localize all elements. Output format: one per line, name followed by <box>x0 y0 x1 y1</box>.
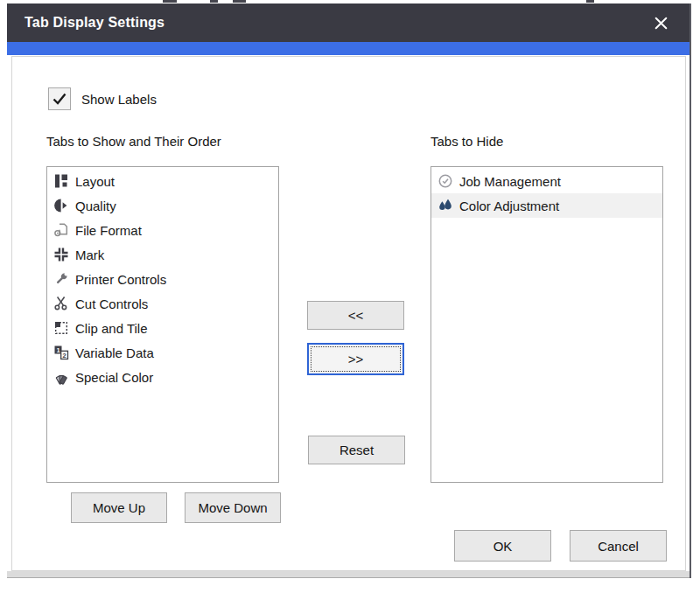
list-item-label: Printer Controls <box>75 272 166 287</box>
dialog-title: Tab Display Settings <box>24 15 164 31</box>
list-item-label: Mark <box>75 248 104 262</box>
quality-icon <box>53 198 69 213</box>
svg-text:2: 2 <box>63 352 66 359</box>
check-icon <box>51 90 68 108</box>
list-item-printer-controls[interactable]: Printer Controls <box>47 267 278 291</box>
clock-icon <box>438 173 453 189</box>
special-color-icon <box>53 369 69 385</box>
background-window-fragment <box>586 0 594 3</box>
move-to-show-button[interactable]: << <box>307 301 404 330</box>
move-up-button[interactable]: Move Up <box>71 492 167 523</box>
list-item-file-format[interactable]: File Format <box>47 218 278 242</box>
file-format-icon <box>53 222 69 238</box>
tab-display-settings-dialog: Tab Display Settings Show Labels Tabs to… <box>7 3 691 578</box>
close-button[interactable] <box>648 10 674 36</box>
show-labels-checkbox[interactable] <box>48 87 71 110</box>
list-item-label: File Format <box>75 223 142 238</box>
droplets-icon <box>438 198 453 213</box>
dialog-body: Show Labels Tabs to Show and Their Order… <box>7 55 690 578</box>
cancel-button[interactable]: Cancel <box>570 530 667 562</box>
move-to-hide-button[interactable]: >> <box>307 343 404 375</box>
variable-data-icon: 12 <box>53 345 69 360</box>
list-item-clip-and-tile[interactable]: Clip and Tile <box>47 316 278 340</box>
show-labels-checkbox-row[interactable]: Show Labels <box>48 87 157 110</box>
svg-text:1: 1 <box>56 346 60 354</box>
cut-controls-icon <box>53 296 69 311</box>
layout-icon <box>53 173 69 189</box>
list-item-label: Layout <box>75 174 115 189</box>
tabs-to-hide-heading: Tabs to Hide <box>430 134 503 149</box>
tabs-to-show-list[interactable]: LayoutQualityFile FormatMarkPrinter Cont… <box>46 166 279 483</box>
list-item-job-management[interactable]: Job Management <box>431 169 662 193</box>
ok-button[interactable]: OK <box>454 530 551 562</box>
list-item-label: Special Color <box>75 370 153 385</box>
printer-controls-icon <box>53 271 69 287</box>
list-item-label: Clip and Tile <box>75 321 148 336</box>
list-item-variable-data[interactable]: 12Variable Data <box>47 340 278 365</box>
list-item-special-color[interactable]: Special Color <box>47 365 278 389</box>
tabs-to-hide-list[interactable]: Job ManagementColor Adjustment <box>430 166 663 483</box>
list-item-label: Variable Data <box>75 345 154 360</box>
tabs-to-show-heading: Tabs to Show and Their Order <box>46 134 221 149</box>
dialog-titlebar: Tab Display Settings <box>7 3 690 42</box>
list-item-label: Job Management <box>459 174 561 189</box>
dialog-bottom-frame <box>7 571 690 578</box>
list-item-color-adjustment[interactable]: Color Adjustment <box>431 193 662 218</box>
list-item-mark[interactable]: Mark <box>47 242 278 267</box>
background-window-fragment <box>210 0 218 3</box>
show-labels-label: Show Labels <box>81 92 157 107</box>
close-icon <box>653 15 669 31</box>
move-down-button[interactable]: Move Down <box>185 492 281 523</box>
mark-icon <box>53 247 69 262</box>
background-window-fragment <box>163 0 177 3</box>
accent-bar <box>7 42 690 55</box>
list-item-label: Cut Controls <box>75 296 148 311</box>
list-item-layout[interactable]: Layout <box>47 169 278 193</box>
list-item-cut-controls[interactable]: Cut Controls <box>47 291 278 316</box>
list-item-quality[interactable]: Quality <box>47 193 278 218</box>
list-item-label: Quality <box>75 199 116 213</box>
list-item-label: Color Adjustment <box>459 199 559 213</box>
dialog-content-panel: Show Labels Tabs to Show and Their Order… <box>11 56 686 571</box>
clip-and-tile-icon <box>53 320 69 336</box>
background-window-fragment <box>233 0 246 3</box>
reset-button[interactable]: Reset <box>308 436 405 464</box>
